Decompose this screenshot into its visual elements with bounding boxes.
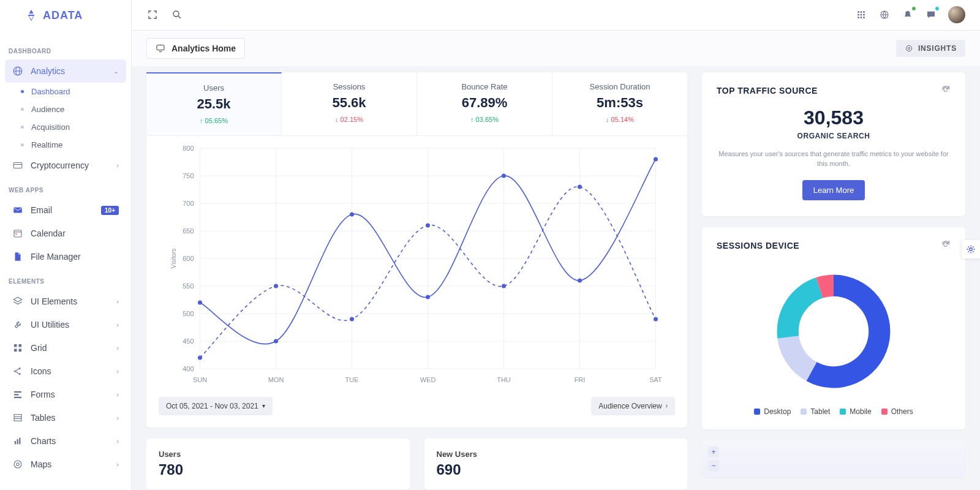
sidebar-sub-audience[interactable]: Audience [10,100,126,118]
learn-more-button[interactable]: Learn More [802,180,865,200]
legend-item-others[interactable]: Others [881,407,913,416]
sidebar-item-ui-utilities[interactable]: UI Utilities › [5,313,126,336]
fullscreen-icon[interactable] [146,9,159,21]
sidebar-heading-webapps: WEB APPS [9,187,123,194]
mini-value: 690 [437,461,676,478]
chevron-right-icon: › [116,461,119,468]
form-icon [12,389,23,400]
avatar[interactable] [948,6,965,23]
legend-swatch [754,409,760,415]
insights-button[interactable]: INSIGHTS [896,40,965,57]
bell-icon[interactable] [902,9,914,21]
file-icon [12,251,23,262]
zoom-in-button[interactable]: + [708,447,719,458]
legend-item-desktop[interactable]: Desktop [754,407,791,416]
sidebar-item-icons[interactable]: Icons › [5,360,126,383]
wrench-icon [12,319,23,330]
metric-label: Bounce Rate [422,82,547,91]
card-title: TOP TRAFFIC SOURCE [717,86,818,96]
sidebar-item-label: Charts [31,436,56,446]
metric-tab-sessions[interactable]: Sessions55.6k↓ 02.15% [282,72,417,135]
sidebar-item-analytics[interactable]: Analytics ⌄ [5,59,126,83]
svg-rect-10 [19,344,22,347]
svg-line-16 [16,369,19,371]
brand-logo[interactable]: ADATA [0,0,131,31]
sidebar-item-email[interactable]: Email 10+ [5,198,126,222]
mail-icon [12,205,23,216]
sidebar-item-label: Analytics [31,66,65,76]
svg-point-88 [426,223,430,227]
legend-item-tablet[interactable]: Tablet [801,407,830,416]
chart-icon [12,435,23,447]
svg-point-80 [350,212,354,216]
table-icon [12,412,23,423]
metric-delta: ↑ 03.65% [422,116,547,123]
gear-icon [965,244,976,255]
metric-label: Users [151,83,276,92]
chevron-right-icon: › [116,298,119,305]
svg-text:550: 550 [183,282,194,290]
sidebar-item-forms[interactable]: Forms › [5,383,126,406]
legend-swatch [801,409,807,415]
chevron-right-icon: › [116,368,119,375]
sidebar-item-tables[interactable]: Tables › [5,406,126,429]
sidebar-sub-realtime[interactable]: Realtime [10,136,126,154]
svg-rect-20 [14,397,21,398]
sidebar-item-grid[interactable]: Grid › [5,336,126,360]
map-card: + − [702,440,965,477]
chevron-right-icon: › [116,437,119,445]
sidebar-item-label: UI Utilities [31,320,69,330]
svg-point-32 [861,11,862,13]
search-icon[interactable] [171,9,183,21]
svg-point-84 [654,157,658,161]
metric-tab-bounce-rate[interactable]: Bounce Rate67.89%↑ 03.65% [417,72,552,135]
message-icon[interactable] [925,9,937,21]
svg-point-83 [578,278,582,282]
share-icon [12,366,23,377]
sidebar-sub-dashboard[interactable]: Dashboard [10,83,126,100]
svg-text:WED: WED [420,376,436,383]
settings-fab[interactable] [962,240,980,258]
mini-card-new-users: New Users 690 [424,439,688,489]
svg-point-81 [426,295,430,299]
svg-point-44 [908,47,910,50]
target-icon [905,44,913,53]
legend-swatch [881,409,888,415]
sidebar-item-calendar[interactable]: Calendar [5,222,126,245]
apps-icon[interactable] [855,9,867,21]
globe-icon[interactable] [878,9,891,21]
date-range-dropdown[interactable]: Oct 05, 2021 - Nov 03, 2021 ▾ [159,397,273,415]
caret-down-icon: ▾ [262,402,265,409]
svg-point-86 [274,284,278,288]
audience-overview-button[interactable]: Audience Overview › [591,397,675,415]
svg-rect-3 [13,163,22,168]
svg-point-13 [14,371,16,372]
metric-tab-users[interactable]: Users25.5k↑ 05.65% [146,72,282,135]
brand-icon [24,9,38,22]
sidebar-item-charts[interactable]: Charts › [5,429,126,453]
svg-point-82 [502,173,506,178]
sidebar-item-label: Icons [31,366,51,376]
sidebar-item-cryptocurrency[interactable]: Cryptocurrency › [5,154,126,177]
svg-point-78 [198,300,202,304]
card-title: SESSIONS DEVICE [717,241,799,251]
svg-rect-24 [15,441,16,444]
monitor-icon [156,43,165,53]
svg-point-38 [861,17,862,18]
mini-card-users: Users 780 [146,439,410,489]
sidebar-item-ui-elements[interactable]: UI Elements › [5,290,126,313]
zoom-out-button[interactable]: − [708,460,719,471]
svg-point-89 [502,284,506,288]
sidebar-item-maps[interactable]: Maps › [5,453,126,476]
sidebar-sub-acquisition[interactable]: Acquisition [10,118,126,136]
sidebar-item-file-manager[interactable]: File Manager [5,245,126,268]
metric-tab-session-duration[interactable]: Session Duration5m:53s↓ 05.14% [552,72,687,135]
refresh-icon[interactable] [941,85,951,97]
sidebar-item-label: UI Elements [31,296,77,306]
legend-item-mobile[interactable]: Mobile [840,407,871,416]
refresh-icon[interactable] [941,239,951,252]
pagebar: Analytics Home INSIGHTS [132,31,980,66]
svg-text:650: 650 [183,227,194,235]
svg-rect-18 [14,391,21,393]
svg-point-14 [19,368,21,369]
